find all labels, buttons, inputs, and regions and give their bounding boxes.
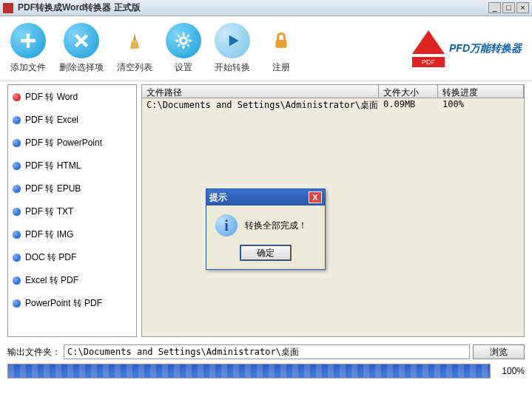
broom-icon	[117, 23, 152, 58]
register-label: 注册	[272, 61, 290, 74]
sidebar-item-label: PDF 转 Word	[25, 91, 78, 103]
browse-button[interactable]: 浏览	[473, 344, 525, 359]
pdf-badge-icon: PDF	[412, 30, 445, 67]
maximize-button[interactable]: □	[502, 2, 515, 13]
progress-row: 100%	[7, 364, 525, 378]
info-icon: i	[215, 214, 238, 237]
sidebar-item-5[interactable]: PDF 转 TXT	[11, 204, 133, 220]
header-progress[interactable]: 转换进度	[438, 85, 524, 98]
dot-icon	[13, 276, 21, 285]
bottom-panel: 输出文件夹： 浏览 100%	[0, 340, 532, 383]
dialog-title: 提示	[209, 191, 227, 204]
sidebar-item-7[interactable]: DOC 转 PDF	[11, 250, 133, 265]
table-row[interactable]: C:\Documents and Settings\Administrator\…	[142, 98, 524, 110]
brand-text: PFD万能转换器	[449, 42, 522, 55]
file-list-panel: 文件路径 文件大小 转换进度 C:\Documents and Settings…	[141, 84, 525, 337]
output-label: 输出文件夹：	[7, 346, 61, 359]
lock-icon	[263, 23, 299, 58]
sidebar-item-label: PDF 转 HTML	[25, 160, 81, 172]
settings-button[interactable]: 设置	[166, 23, 201, 74]
output-row: 输出文件夹： 浏览	[7, 344, 525, 359]
dot-icon	[13, 185, 21, 193]
output-path-input[interactable]	[64, 344, 470, 359]
sidebar-item-label: PDF 转 Excel	[25, 114, 78, 126]
settings-label: 设置	[175, 61, 192, 74]
sidebar-item-3[interactable]: PDF 转 HTML	[11, 158, 133, 174]
x-icon	[64, 23, 99, 58]
start-label: 开始转换	[215, 61, 250, 74]
add-file-button[interactable]: 添加文件	[10, 23, 46, 74]
svg-point-0	[181, 38, 187, 44]
cell-size: 0.09MB	[379, 98, 438, 110]
progress-text: 100%	[495, 366, 525, 376]
dot-icon	[13, 208, 21, 216]
cell-progress: 100%	[438, 98, 524, 110]
clear-button[interactable]: 清空列表	[117, 23, 152, 74]
minimize-button[interactable]: _	[488, 2, 501, 13]
add-file-label: 添加文件	[10, 61, 46, 74]
cell-path: C:\Documents and Settings\Administrator\…	[142, 98, 379, 110]
progress-bar	[7, 364, 491, 378]
sidebar-item-6[interactable]: PDF 转 IMG	[11, 227, 133, 242]
play-icon	[215, 23, 250, 58]
dot-icon	[13, 299, 21, 308]
message-dialog: 提示 X i 转换全部完成！ 确定	[206, 188, 326, 270]
delete-label: 删除选择项	[59, 61, 104, 74]
sidebar-item-2[interactable]: PDF 转 PowerPoint	[11, 135, 133, 151]
dialog-ok-button[interactable]: 确定	[240, 245, 291, 260]
start-button[interactable]: 开始转换	[215, 23, 250, 74]
dot-icon	[13, 231, 21, 239]
sidebar-item-label: PDF 转 EPUB	[25, 183, 81, 195]
sidebar-item-4[interactable]: PDF 转 EPUB	[11, 181, 133, 197]
dialog-message: 转换全部完成！	[245, 220, 307, 232]
sidebar: PDF 转 WordPDF 转 ExcelPDF 转 PowerPointPDF…	[7, 84, 137, 337]
dot-icon	[13, 139, 21, 147]
app-icon	[3, 3, 13, 13]
header-path[interactable]: 文件路径	[142, 85, 379, 98]
close-button[interactable]: ×	[516, 2, 529, 13]
dot-icon	[13, 162, 21, 170]
gear-icon	[166, 23, 201, 58]
svg-rect-1	[275, 40, 286, 48]
sidebar-item-0[interactable]: PDF 转 Word	[11, 89, 133, 105]
dialog-body: i 转换全部完成！	[206, 206, 325, 245]
sidebar-item-label: PowerPoint 转 PDF	[25, 297, 102, 310]
dot-icon	[13, 116, 21, 124]
header-size[interactable]: 文件大小	[379, 85, 438, 98]
sidebar-item-label: DOC 转 PDF	[25, 251, 76, 264]
dot-icon	[13, 93, 21, 101]
titlebar: PDF转换成Word转换器 正式版 _ □ ×	[0, 0, 532, 16]
sidebar-item-label: PDF 转 IMG	[25, 228, 73, 241]
sidebar-item-label: Excel 转 PDF	[25, 274, 78, 287]
window-title: PDF转换成Word转换器 正式版	[18, 1, 487, 14]
toolbar: 添加文件 删除选择项 清空列表 设置 开始转换 注册 PDF PFD万能转换器	[0, 16, 532, 81]
sidebar-item-label: PDF 转 PowerPoint	[25, 137, 102, 149]
delete-button[interactable]: 删除选择项	[59, 23, 104, 74]
sidebar-item-label: PDF 转 TXT	[25, 206, 73, 218]
dialog-buttons: 确定	[206, 245, 325, 269]
dialog-close-button[interactable]: X	[309, 191, 322, 203]
brand-logo: PDF PFD万能转换器	[412, 30, 522, 67]
dot-icon	[13, 254, 21, 262]
sidebar-item-8[interactable]: Excel 转 PDF	[11, 273, 133, 288]
list-header: 文件路径 文件大小 转换进度	[142, 85, 524, 98]
dialog-titlebar[interactable]: 提示 X	[206, 189, 325, 206]
clear-label: 清空列表	[117, 61, 152, 74]
plus-icon	[10, 23, 46, 58]
sidebar-item-9[interactable]: PowerPoint 转 PDF	[11, 296, 133, 311]
sidebar-item-1[interactable]: PDF 转 Excel	[11, 112, 133, 128]
register-button[interactable]: 注册	[263, 23, 299, 74]
